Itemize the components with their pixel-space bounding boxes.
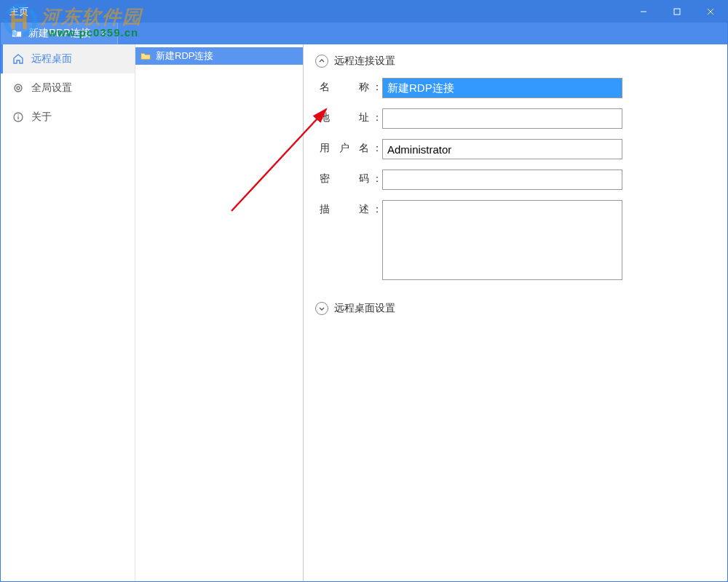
row-password: 密 码 ：: [320, 170, 713, 190]
section-remote-connection[interactable]: 远程连接设置: [315, 55, 713, 68]
chevron-up-icon[interactable]: [315, 55, 328, 68]
close-button[interactable]: [694, 1, 727, 23]
name-input[interactable]: [382, 78, 622, 98]
row-name: 名 称 ：: [320, 78, 713, 98]
sidebar-item-about[interactable]: 关于: [1, 103, 135, 132]
label-description: 描 述: [320, 200, 372, 216]
section-remote-desktop[interactable]: 远程桌面设置: [315, 302, 713, 315]
row-description: 描 述 ：: [320, 200, 713, 280]
section-title: 远程桌面设置: [334, 302, 395, 315]
password-input[interactable]: [382, 170, 622, 190]
tree-item-label: 新建RDP连接: [156, 49, 213, 63]
tab-new-rdp[interactable]: 新建RDP连接 ×: [1, 23, 118, 44]
sidebar-item-remote-desktop[interactable]: 远程桌面: [1, 44, 135, 73]
sidebar-item-global-settings[interactable]: 全局设置: [1, 73, 135, 103]
svg-point-4: [15, 84, 22, 92]
address-input[interactable]: [382, 108, 622, 129]
svg-rect-1: [674, 9, 680, 15]
window-controls: [627, 1, 727, 23]
folder-icon: [11, 28, 23, 39]
svg-point-5: [17, 87, 20, 89]
svg-point-8: [17, 114, 19, 116]
tree-item-new-rdp[interactable]: 新建RDP连接: [135, 47, 303, 65]
sidebar-label: 远程桌面: [31, 52, 72, 65]
tab-label: 新建RDP连接: [28, 27, 91, 40]
window-title: 主页: [9, 5, 627, 18]
info-icon: [12, 111, 24, 123]
username-input[interactable]: [382, 139, 622, 159]
folder-icon: [140, 50, 151, 62]
chevron-down-icon[interactable]: [315, 302, 328, 315]
tabbar: 新建RDP连接 ×: [1, 23, 727, 44]
sidebar: 远程桌面 全局设置 关于: [1, 44, 135, 581]
minimize-button[interactable]: [627, 1, 660, 23]
sidebar-label: 关于: [31, 111, 52, 124]
tab-close-icon[interactable]: ×: [97, 28, 107, 39]
settings-panel: 远程连接设置 名 称 ： 地 址 ： 用户名 ： 密 码 ：: [304, 44, 727, 581]
connection-tree: 新建RDP连接: [135, 44, 303, 581]
label-address: 地 址: [320, 108, 372, 124]
titlebar: 主页: [1, 1, 727, 23]
sidebar-label: 全局设置: [31, 81, 72, 95]
label-username: 用户名: [320, 139, 372, 155]
row-address: 地 址 ：: [320, 108, 713, 129]
gear-icon: [12, 82, 24, 94]
home-icon: [12, 53, 24, 65]
maximize-button[interactable]: [660, 1, 694, 23]
description-input[interactable]: [382, 200, 622, 280]
label-name: 名 称: [320, 78, 372, 94]
row-username: 用户名 ：: [320, 139, 713, 159]
label-password: 密 码: [320, 170, 372, 186]
section-title: 远程连接设置: [334, 55, 395, 68]
